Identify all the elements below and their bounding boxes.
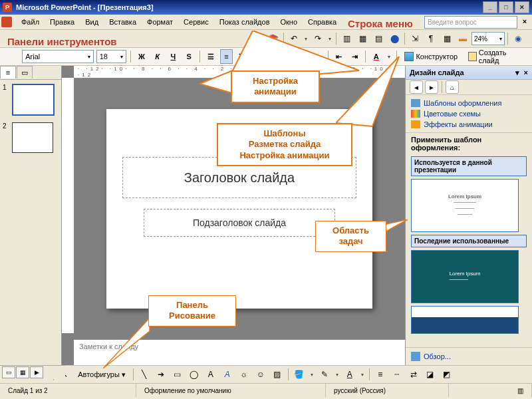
underline-button[interactable]: Ч bbox=[166, 49, 180, 64]
view-buttons: ▭ ▦ ▶ bbox=[0, 365, 65, 379]
callout-anim-setup: Настройка анимации bbox=[231, 70, 320, 103]
status-bar: Слайд 1 из 2 Оформление по умолчанию рус… bbox=[0, 383, 532, 397]
status-design: Оформление по умолчанию bbox=[136, 384, 326, 397]
subtitle-placeholder[interactable]: Подзаголовок слайда bbox=[144, 209, 335, 237]
font-size-combo[interactable]: 18▾ bbox=[96, 50, 126, 63]
drawing-toolbar: Действия ▾ ↖ Автофигуры ▾ ╲ ➔ ▭ ◯ A A ☼ … bbox=[0, 365, 532, 383]
taskpane-fwd-button[interactable]: ► bbox=[425, 80, 438, 94]
window-titlebar: P Microsoft PowerPoint - [Презентация3] … bbox=[0, 0, 532, 15]
doc-close-button[interactable]: × bbox=[520, 17, 529, 26]
annot-toolbars: Панели инструментов bbox=[5, 36, 119, 47]
show-formatting-icon[interactable]: ¶ bbox=[424, 31, 438, 46]
menu-tools[interactable]: Сервис bbox=[178, 16, 214, 28]
bold-button[interactable]: Ж bbox=[135, 49, 148, 64]
menu-format[interactable]: Формат bbox=[142, 16, 178, 28]
fill-color-icon[interactable]: 🪣 bbox=[292, 367, 307, 382]
taskpane-home-button[interactable]: ⌂ bbox=[446, 80, 459, 94]
menu-help[interactable]: Справка bbox=[303, 16, 342, 28]
callout-taskpane: Область задач bbox=[315, 221, 386, 252]
shadow-style-icon[interactable]: ◪ bbox=[423, 367, 438, 382]
wordart-icon[interactable]: A bbox=[220, 367, 235, 382]
normal-view-button[interactable]: ▭ bbox=[2, 366, 15, 378]
italic-button[interactable]: К bbox=[151, 49, 164, 64]
slide-thumb-2[interactable]: 2 bbox=[3, 122, 59, 153]
help-icon[interactable]: ◉ bbox=[511, 31, 525, 46]
slideshow-view-button[interactable]: ▶ bbox=[30, 366, 43, 378]
status-slide: Слайд 1 из 2 bbox=[0, 384, 136, 397]
apply-template-label: Применить шаблон оформления: bbox=[406, 133, 532, 154]
maximize-button[interactable]: □ bbox=[499, 1, 513, 13]
menu-slideshow[interactable]: Показ слайдов bbox=[214, 16, 275, 28]
thumbnail-panel: ≡ ▭ 1 2 ▭ ▦ ▶ bbox=[0, 66, 62, 365]
color-schemes-link[interactable]: Цветовые схемы bbox=[411, 108, 527, 119]
template-group-current: Используется в данной презентации bbox=[411, 156, 527, 176]
color-icon[interactable]: ▬ bbox=[456, 31, 470, 46]
status-lang: русский (Россия) bbox=[326, 384, 449, 397]
main-area: ≡ ▭ 1 2 ▭ ▦ ▶ · ·12· ·10· · 8 · · 6 · · … bbox=[0, 66, 532, 365]
animation-effects-link[interactable]: Эффекты анимации bbox=[411, 119, 527, 130]
oval-icon[interactable]: ◯ bbox=[187, 367, 201, 382]
clipart-icon[interactable]: ☺ bbox=[253, 367, 268, 382]
grid-icon[interactable]: ▦ bbox=[440, 31, 454, 46]
menu-insert[interactable]: Вставка bbox=[104, 16, 142, 28]
3d-style-icon[interactable]: ◩ bbox=[440, 367, 454, 382]
new-slide-button[interactable]: Создать слайд bbox=[464, 47, 527, 66]
task-pane: Дизайн слайда▾ × ◄ ► ⌂ Шаблоны оформлени… bbox=[405, 66, 532, 365]
zoom-combo[interactable]: 24%▾ bbox=[471, 32, 505, 45]
close-button[interactable]: ✕ bbox=[515, 1, 529, 13]
annot-menubar: Строка меню bbox=[346, 18, 415, 29]
minimize-button[interactable]: _ bbox=[483, 1, 497, 13]
menubar: Файл Правка Вид Вставка Формат Сервис По… bbox=[0, 15, 532, 30]
vertical-ruler bbox=[62, 78, 74, 333]
template-thumb-3[interactable] bbox=[411, 306, 519, 334]
hyperlink-icon[interactable]: ⬤ bbox=[387, 31, 402, 46]
designer-button[interactable]: Конструктор bbox=[400, 50, 462, 63]
outline-tab[interactable]: ≡ bbox=[0, 66, 16, 78]
expand-icon[interactable]: ⇲ bbox=[408, 31, 422, 46]
font-color-draw-icon[interactable]: A bbox=[342, 367, 357, 382]
line-color-icon[interactable]: ✎ bbox=[317, 367, 332, 382]
menu-window[interactable]: Окно bbox=[275, 16, 303, 28]
tables-borders-icon[interactable]: ▤ bbox=[371, 31, 386, 46]
callout-drawing: Панель Рисование bbox=[148, 295, 236, 327]
diagram-icon[interactable]: ☼ bbox=[237, 367, 251, 382]
template-thumb-2[interactable]: Lorem Ipsum───── bbox=[411, 250, 519, 303]
slides-tab[interactable]: ▭ bbox=[17, 66, 33, 78]
line-style-icon[interactable]: ≡ bbox=[373, 367, 388, 382]
taskpane-back-button[interactable]: ◄ bbox=[410, 80, 423, 94]
browse-link[interactable]: Обзор... bbox=[406, 347, 532, 365]
control-menu-icon[interactable] bbox=[1, 17, 12, 27]
templates-link[interactable]: Шаблоны оформления bbox=[411, 98, 527, 108]
sorter-view-button[interactable]: ▦ bbox=[16, 366, 29, 378]
picture-icon[interactable]: ▨ bbox=[270, 367, 285, 382]
menu-edit[interactable]: Правка bbox=[45, 16, 80, 28]
window-title: Microsoft PowerPoint - [Презентация3] bbox=[16, 3, 479, 11]
slide-thumb-1[interactable]: 1 bbox=[3, 84, 59, 116]
shadow-button[interactable]: S bbox=[182, 49, 196, 64]
status-indicator-icon: ▥ bbox=[509, 384, 532, 397]
textbox-icon[interactable]: A bbox=[203, 367, 218, 382]
rectangle-icon[interactable]: ▭ bbox=[170, 367, 185, 382]
template-group-recent: Последние использованные bbox=[411, 235, 527, 247]
svg-marker-1 bbox=[336, 57, 399, 126]
callout-templates: Шаблоны Разметка слайда Настройка анимац… bbox=[217, 123, 352, 166]
arrow-style-icon[interactable]: ⇄ bbox=[406, 367, 421, 382]
menu-view[interactable]: Вид bbox=[80, 16, 104, 28]
menu-file[interactable]: Файл bbox=[16, 16, 45, 28]
taskpane-header: Дизайн слайда▾ × bbox=[406, 66, 532, 80]
app-icon: P bbox=[3, 3, 12, 12]
svg-marker-3 bbox=[103, 318, 150, 368]
font-name-combo[interactable]: Arial▾ bbox=[22, 50, 93, 63]
help-search-input[interactable]: Введите вопрос bbox=[424, 16, 517, 29]
dash-style-icon[interactable]: ┄ bbox=[390, 367, 404, 382]
template-thumb-1[interactable]: Lorem Ipsum─────────────── bbox=[411, 179, 519, 232]
